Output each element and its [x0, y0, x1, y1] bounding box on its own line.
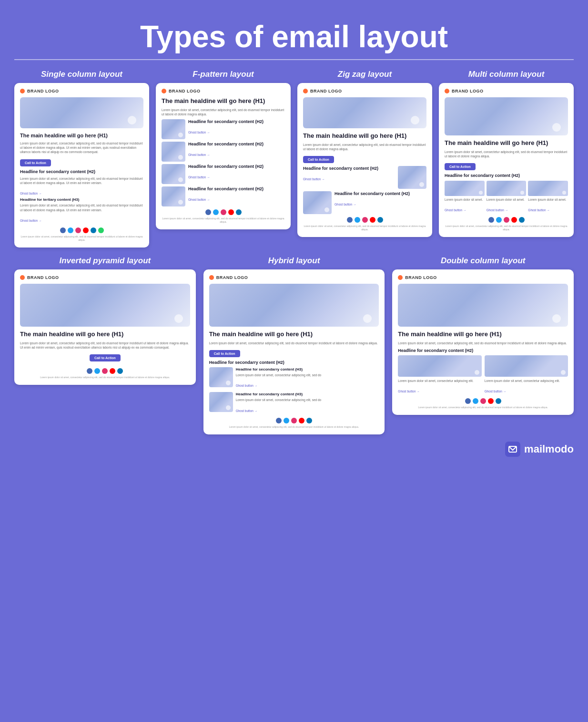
- zz-row-1-text: Headline for secondarry content (H2) Gho…: [303, 166, 395, 183]
- dc-col-1: Lorem ipsum dolor sit amet, consectetur …: [398, 355, 481, 395]
- fp-thumb-3: [162, 164, 185, 184]
- zig-zag-label: Zig zag layout: [338, 70, 392, 79]
- mc-cta[interactable]: Call to Action: [445, 163, 476, 170]
- mc-col-1: Lorem ipsum dolor sit amet. Ghost button…: [445, 181, 485, 214]
- ghost-button-2[interactable]: Ghost button →: [20, 219, 42, 222]
- mc-body: Lorem ipsum dolor sit amet, consectetur …: [445, 150, 568, 158]
- mc-social-icons: [445, 217, 568, 223]
- fp-ghost-3[interactable]: Ghost button →: [188, 175, 210, 179]
- fp-twitter-icon[interactable]: [213, 209, 219, 215]
- mc-ghost-3[interactable]: Ghost button →: [528, 208, 550, 212]
- ghost-button-1[interactable]: Ghost button →: [20, 192, 42, 195]
- zz-cta[interactable]: Call to Action: [303, 156, 334, 163]
- fp-ghost-1[interactable]: Ghost button →: [188, 131, 210, 134]
- brand-dot: [20, 89, 25, 93]
- fp-linkedin-icon[interactable]: [236, 209, 242, 215]
- mc-twitter-icon[interactable]: [496, 217, 502, 223]
- ip-facebook-icon[interactable]: [87, 368, 92, 374]
- whatsapp-icon[interactable]: [98, 227, 104, 233]
- hy-ghost-1[interactable]: Ghost button →: [236, 384, 258, 387]
- fp-social-icons: [162, 209, 285, 215]
- zz-footer: Lorem ipsum dolor sit amet, consectetur …: [303, 225, 426, 231]
- hy-instagram-icon[interactable]: [291, 418, 297, 423]
- fp-row-1: Headline for secondarry content (H2) Gho…: [162, 119, 285, 139]
- youtube-icon[interactable]: [83, 227, 89, 233]
- f-pattern-label: F-pattern layout: [193, 70, 253, 79]
- zz-instagram-icon[interactable]: [362, 217, 368, 223]
- zz-ghost-1[interactable]: Ghost button →: [303, 177, 325, 181]
- zz-facebook-icon[interactable]: [347, 217, 353, 223]
- dc-ghost-2[interactable]: Ghost button →: [485, 390, 507, 393]
- f-pattern-card: BRAND LOGO The main healdine will go her…: [156, 83, 291, 229]
- inverted-pyramid-card: BRAND LOGO The main healdine will go her…: [14, 269, 196, 385]
- fp-instagram-icon[interactable]: [221, 209, 226, 215]
- mc-col-3: Lorem ipsum dolor sit amet. Ghost button…: [528, 181, 568, 214]
- fp-h2-1: Headline for secondarry content (H2): [188, 119, 285, 125]
- twitter-icon[interactable]: [68, 227, 73, 233]
- mc-youtube-icon[interactable]: [511, 217, 517, 223]
- mc-three-col: Lorem ipsum dolor sit amet. Ghost button…: [445, 181, 568, 214]
- facebook-icon[interactable]: [60, 227, 66, 233]
- hy-linkedin-icon[interactable]: [306, 418, 312, 423]
- fp-facebook-icon[interactable]: [205, 209, 211, 215]
- hy-row-text-2: Headline for secondarry content (H3) Lor…: [236, 392, 379, 414]
- multi-column-label: Multi column layout: [468, 70, 545, 79]
- hy-h3-1: Headline for secondarry content (H3): [236, 367, 379, 371]
- ip-instagram-icon[interactable]: [102, 368, 108, 374]
- zz-youtube-icon[interactable]: [370, 217, 375, 223]
- mc-facebook-icon[interactable]: [488, 217, 494, 223]
- double-column-card: BRAND LOGO The main healdine will go her…: [392, 269, 574, 415]
- hy-ghost-2[interactable]: Ghost button →: [236, 409, 258, 413]
- ip-social-icons: [20, 368, 190, 374]
- dc-footer: Lorem ipsum dolor sit amet, consectetur …: [398, 406, 568, 409]
- hy-h3-2: Headline for secondarry content (H3): [236, 392, 379, 396]
- ip-twitter-icon[interactable]: [94, 368, 100, 374]
- mc-ghost-1[interactable]: Ghost button →: [445, 208, 466, 212]
- fp-thumb-4: [162, 186, 185, 206]
- zig-zag-section: Zig zag layout BRAND LOGO The main heald…: [297, 70, 432, 237]
- mailmodo-name: mailmodo: [524, 443, 574, 455]
- instagram-icon[interactable]: [75, 227, 81, 233]
- cta-button[interactable]: Call to Action: [20, 159, 51, 166]
- ip-youtube-icon[interactable]: [110, 368, 115, 374]
- hy-facebook-icon[interactable]: [276, 418, 282, 423]
- mc-linkedin-icon[interactable]: [519, 217, 525, 223]
- brand-text-mc: BRAND LOGO: [452, 89, 484, 93]
- mc-col-thumb-1: [445, 181, 485, 196]
- fp-h2-3: Headline for secondarry content (H2): [188, 164, 285, 170]
- dc-youtube-icon[interactable]: [488, 398, 494, 404]
- mc-instagram-icon[interactable]: [504, 217, 509, 223]
- dc-col-thumb-1: [398, 355, 481, 377]
- dc-hero: [398, 284, 568, 327]
- hy-youtube-icon[interactable]: [299, 418, 304, 423]
- zz-row-2-text: Headline for secondarry content (H2) Gho…: [335, 191, 426, 208]
- linkedin-icon[interactable]: [91, 227, 96, 233]
- zz-linkedin-icon[interactable]: [377, 217, 383, 223]
- dc-twitter-icon[interactable]: [473, 398, 478, 404]
- brand-dot-dc: [398, 275, 403, 280]
- double-column-section: Double column layout BRAND LOGO The main…: [392, 256, 574, 434]
- dc-facebook-icon[interactable]: [465, 398, 471, 404]
- dc-instagram-icon[interactable]: [480, 398, 486, 404]
- fp-h1: The main healdine will go here (H1): [162, 97, 285, 105]
- zz-twitter-icon[interactable]: [355, 217, 360, 223]
- hy-h2: Headline for secondarry content (H2): [209, 360, 379, 366]
- dc-col-2: Lorem ipsum dolor sit amet, consectetur …: [485, 355, 568, 395]
- hy-twitter-icon[interactable]: [284, 418, 289, 423]
- fp-ghost-4[interactable]: Ghost button →: [188, 198, 210, 201]
- hy-row-text-1: Headline for secondarry content (H3) Lor…: [236, 367, 379, 390]
- hero-image: [20, 97, 143, 128]
- zz-ghost-2[interactable]: Ghost button →: [335, 203, 356, 206]
- ip-linkedin-icon[interactable]: [117, 368, 123, 374]
- zz-h2-1: Headline for secondarry content (H2): [303, 166, 395, 172]
- fp-ghost-2[interactable]: Ghost button →: [188, 153, 210, 156]
- dc-linkedin-icon[interactable]: [496, 398, 501, 404]
- mc-hero: [445, 97, 568, 135]
- mc-ghost-2[interactable]: Ghost button →: [487, 208, 508, 212]
- fp-youtube-icon[interactable]: [228, 209, 234, 215]
- dc-ghost-1[interactable]: Ghost button →: [398, 390, 420, 393]
- ip-cta[interactable]: Call to Action: [90, 354, 121, 361]
- divider: [14, 59, 574, 60]
- dc-col-text-2: Lorem ipsum dolor sit amet, consectetur …: [485, 379, 568, 383]
- hy-cta[interactable]: Call to Action: [209, 350, 240, 357]
